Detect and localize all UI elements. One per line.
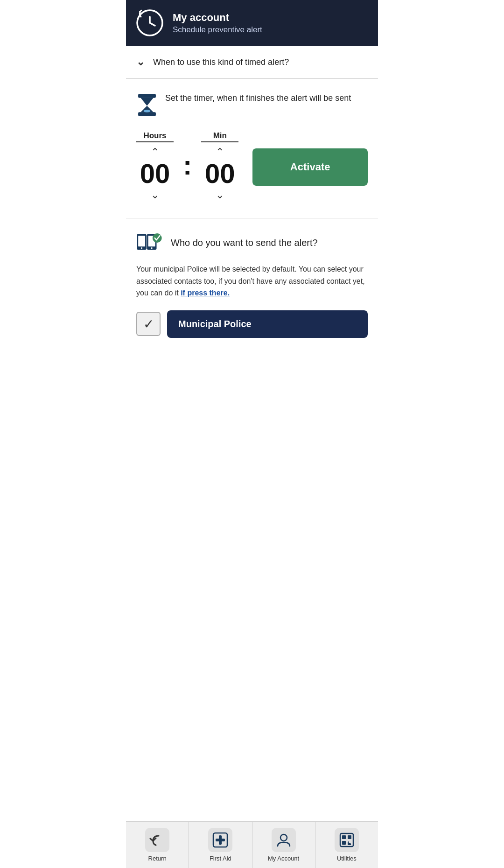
header: My account Schedule preventive alert <box>126 0 378 46</box>
minutes-down-button[interactable]: ⌄ <box>216 187 224 203</box>
firstaid-icon <box>212 832 228 848</box>
main-content: ⌄ When to use this kind of timed alert? … <box>126 46 378 821</box>
send-description-text: Your municipal Police will be selected b… <box>136 265 365 297</box>
header-title: My account <box>173 12 262 24</box>
timer-description-text: Set the timer, when it finishes the aler… <box>165 92 351 105</box>
hourglass-icon <box>136 93 158 117</box>
hours-value: 00 <box>136 160 174 187</box>
send-description: Your municipal Police will be selected b… <box>136 263 368 299</box>
account-icon-box <box>272 828 296 852</box>
timer-description: Set the timer, when it finishes the aler… <box>136 92 368 117</box>
accordion-row[interactable]: ⌄ When to use this kind of timed alert? <box>126 46 378 79</box>
svg-rect-6 <box>138 236 145 246</box>
minutes-up-button[interactable]: ⌃ <box>216 144 224 160</box>
send-section: Who do you want to send the alert? Your … <box>126 226 378 357</box>
bottom-navigation: Return First Aid My Account <box>126 821 378 868</box>
police-checkbox[interactable]: ✓ <box>136 312 161 336</box>
timer-controls: Hours ⌃ 00 ⌄ : Min ⌃ 00 ⌄ Activate <box>136 131 368 203</box>
time-separator: : <box>183 149 192 185</box>
section-divider <box>126 218 378 218</box>
accordion-text: When to use this kind of timed alert? <box>153 57 289 67</box>
send-alert-icon <box>136 231 163 255</box>
nav-return[interactable]: Return <box>126 822 189 868</box>
firstaid-icon-box <box>208 828 232 852</box>
return-icon-box <box>145 828 169 852</box>
svg-point-7 <box>141 247 142 249</box>
header-subtitle: Schedule preventive alert <box>173 25 262 35</box>
nav-firstaid[interactable]: First Aid <box>189 822 252 868</box>
svg-rect-17 <box>342 835 346 839</box>
press-here-link[interactable]: if press there. <box>181 289 230 297</box>
clock-icon <box>135 8 164 37</box>
return-icon <box>149 833 165 847</box>
header-text: My account Schedule preventive alert <box>173 12 262 35</box>
minutes-value: 00 <box>201 160 238 187</box>
utilities-icon <box>339 832 355 848</box>
svg-rect-18 <box>348 835 351 839</box>
activate-button[interactable]: Activate <box>252 148 368 186</box>
svg-point-4 <box>144 110 151 112</box>
minutes-label: Min <box>201 131 238 142</box>
hours-picker: Hours ⌃ 00 ⌄ <box>136 131 174 203</box>
svg-point-15 <box>280 834 287 841</box>
svg-rect-14 <box>216 839 225 841</box>
account-icon <box>276 832 292 848</box>
send-title: Who do you want to send the alert? <box>171 238 318 248</box>
svg-rect-2 <box>138 94 155 98</box>
nav-myaccount[interactable]: My Account <box>252 822 315 868</box>
hours-label: Hours <box>136 131 174 142</box>
svg-rect-3 <box>138 112 155 116</box>
hours-down-button[interactable]: ⌄ <box>151 187 159 203</box>
utilities-icon-box <box>335 828 359 852</box>
chevron-down-icon: ⌄ <box>136 56 145 68</box>
hours-up-button[interactable]: ⌃ <box>151 144 159 160</box>
svg-point-10 <box>151 247 152 249</box>
nav-return-label: Return <box>148 855 167 862</box>
svg-point-11 <box>153 233 162 243</box>
police-row: ✓ Municipal Police <box>136 310 368 338</box>
timer-section: Set the timer, when it finishes the aler… <box>126 79 378 210</box>
svg-rect-16 <box>340 833 353 847</box>
municipal-police-button[interactable]: Municipal Police <box>167 310 368 338</box>
checkmark-icon: ✓ <box>143 316 154 332</box>
minutes-picker: Min ⌃ 00 ⌄ <box>201 131 238 203</box>
nav-utilities-label: Utilities <box>337 855 357 862</box>
nav-myaccount-label: My Account <box>268 855 299 862</box>
nav-utilities[interactable]: Utilities <box>315 822 378 868</box>
send-header: Who do you want to send the alert? <box>136 231 368 255</box>
svg-rect-19 <box>342 841 346 845</box>
nav-firstaid-label: First Aid <box>210 855 231 862</box>
